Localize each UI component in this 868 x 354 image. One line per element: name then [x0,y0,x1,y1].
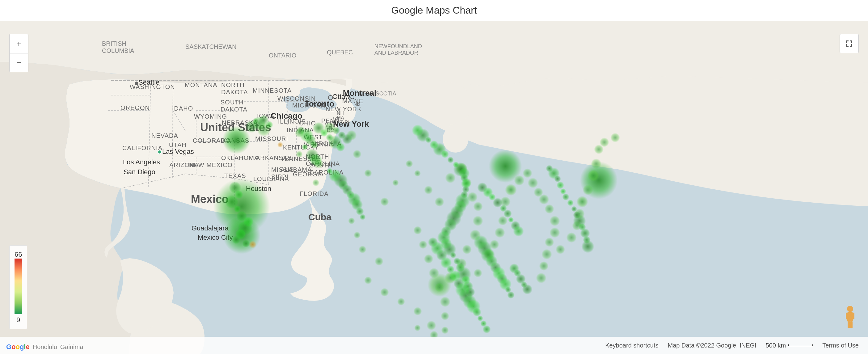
svg-rect-37 [846,313,848,319]
map-svg [0,21,868,354]
svg-point-5 [283,96,298,103]
streetview-icon [841,304,859,329]
city-dot-las-vegas [158,150,162,154]
map-background: WASHINGTON OREGON CALIFORNIA NEVADA IDAH… [0,21,868,354]
svg-point-4 [315,99,337,110]
second-location-label: Gainima [60,344,83,351]
zoom-out-button[interactable]: − [9,53,28,72]
legend-min-value: 9 [14,316,22,324]
fullscreen-icon [845,39,854,48]
title-bar: Google Maps Chart [0,0,868,21]
location-label: Honolulu [33,344,57,351]
svg-rect-39 [847,322,850,328]
zoom-controls: + − [9,34,28,72]
scale-text: 500 km [766,342,786,349]
legend: 66 9 [9,245,27,329]
map-container: Google Maps Chart [0,0,868,354]
terms-of-use-link[interactable]: Terms of Use [822,342,859,349]
fullscreen-button[interactable] [840,34,859,53]
city-dot-ottawa [328,95,333,100]
svg-point-3 [300,88,318,97]
svg-point-35 [847,306,853,312]
chart-title: Google Maps Chart [391,5,477,16]
streetview-person[interactable] [841,304,859,329]
bottom-bar: Google Honolulu Gainima Keyboard shortcu… [0,337,868,354]
scale-bar: 500 km [766,342,813,349]
legend-gradient [14,259,22,314]
bottom-left: Google Honolulu Gainima [6,343,83,351]
city-dot-seattle [135,82,138,85]
zoom-in-button[interactable]: + [9,34,28,53]
keyboard-shortcuts-link[interactable]: Keyboard shortcuts [605,342,658,349]
map-data-attribution: Map Data ©2022 Google, INEGI [668,342,756,349]
svg-rect-40 [850,322,852,328]
google-logo: Google [6,343,30,351]
svg-rect-38 [852,313,855,319]
scale-line [788,345,813,346]
legend-max-value: 66 [14,251,22,259]
